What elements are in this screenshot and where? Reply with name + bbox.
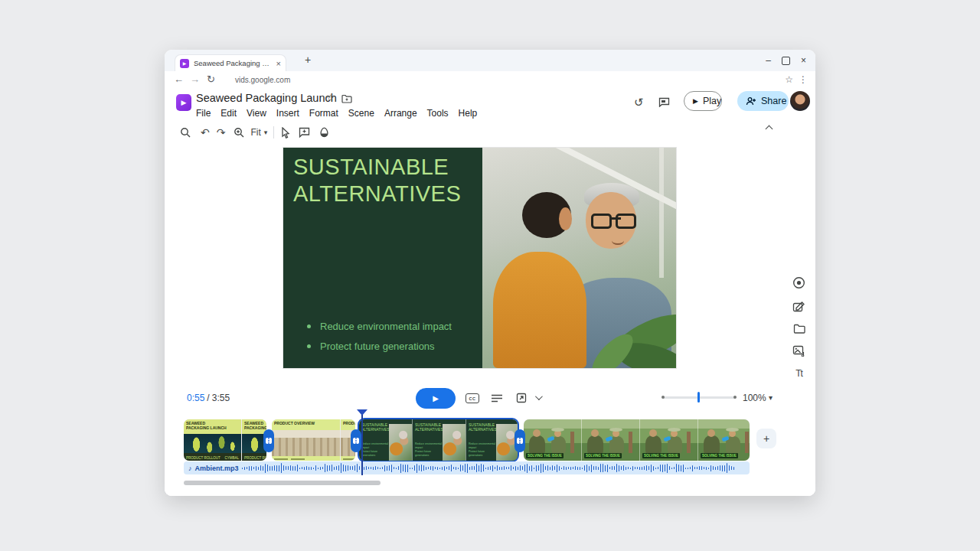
- redo-icon[interactable]: ↷: [217, 124, 226, 141]
- timeline-zoom-slider[interactable]: [662, 396, 736, 399]
- timecode: 0:55 / 3:55: [187, 386, 230, 409]
- zoom-slider-thumb[interactable]: [697, 392, 700, 403]
- music-note-icon: ♪: [188, 465, 192, 472]
- slide-canvas[interactable]: SUSTAINABLE ALTERNATIVES Reduce environm…: [283, 148, 676, 368]
- media-icon[interactable]: [792, 345, 805, 357]
- record-icon[interactable]: [792, 276, 805, 289]
- clip-label: SOLVING THE ISSUE: [701, 453, 738, 458]
- bullet-dot-icon: [307, 344, 311, 348]
- total-time: 3:55: [212, 393, 230, 403]
- maximize-button[interactable]: [782, 57, 790, 65]
- vids-app: ▶ Seaweed Packaging Launch ☆ File Edit V…: [165, 90, 815, 496]
- mini-photo: [389, 424, 412, 461]
- search-menus-icon[interactable]: [180, 124, 191, 141]
- tab-close-icon[interactable]: ×: [276, 59, 281, 68]
- star-document-icon[interactable]: ☆: [326, 93, 335, 103]
- zoom-fit-select[interactable]: Fit: [250, 127, 260, 138]
- text-tool-icon[interactable]: Tt: [795, 368, 802, 379]
- drive-folder-icon[interactable]: [793, 324, 805, 334]
- window-close-button[interactable]: ×: [801, 55, 806, 66]
- menu-scene[interactable]: Scene: [348, 108, 374, 119]
- undo-icon[interactable]: ↶: [201, 124, 210, 141]
- transition-indicator[interactable]: [514, 429, 525, 452]
- minimize-button[interactable]: –: [766, 55, 771, 66]
- fit-caret-icon[interactable]: ▾: [264, 124, 268, 141]
- timeline-play-button[interactable]: ▶: [416, 388, 456, 409]
- select-tool-icon[interactable]: [280, 124, 290, 141]
- back-icon[interactable]: ←: [174, 73, 184, 85]
- zoom-level[interactable]: 100%: [743, 393, 766, 403]
- clip-footer-left: PRODUCT ROLLOUT: [186, 456, 220, 460]
- add-comment-icon[interactable]: [299, 124, 310, 141]
- zoom-icon[interactable]: [234, 124, 244, 141]
- factory-image: [272, 430, 340, 456]
- scene-clip-solving-the-issue[interactable]: SOLVING THE ISSUE SOLVING THE ISSUE SOLV…: [524, 419, 750, 461]
- menu-view[interactable]: View: [247, 108, 266, 119]
- bullet-text: Protect future generations: [320, 341, 435, 352]
- play-button[interactable]: ▶ Play: [684, 91, 722, 111]
- menu-help[interactable]: Help: [459, 108, 478, 119]
- move-to-folder-icon[interactable]: [341, 94, 352, 103]
- slide-title[interactable]: SUSTAINABLE ALTERNATIVES: [293, 154, 486, 207]
- document-title[interactable]: Seaweed Packaging Launch: [196, 92, 337, 104]
- zoom-caret-icon[interactable]: ▾: [769, 393, 773, 402]
- menu-arrange[interactable]: Arrange: [384, 108, 417, 119]
- browser-toolbar: ← → ↻ vids.google.com ☆ ⋮: [165, 71, 815, 90]
- greenhouse-pole: [659, 148, 664, 278]
- version-history-icon[interactable]: ↺: [634, 96, 644, 109]
- clip-thumbnail: SOLVING THE ISSUE: [640, 419, 698, 461]
- slide-bullet-2: Protect future generations: [307, 341, 452, 352]
- slide-bullet-list[interactable]: Reduce environmental impact Protect futu…: [307, 321, 452, 352]
- menu-bar: File Edit View Insert Format Scene Arran…: [196, 108, 477, 119]
- background-fill-icon[interactable]: [319, 124, 329, 141]
- zoom-out-dot[interactable]: [662, 396, 665, 399]
- menu-file[interactable]: File: [196, 108, 211, 119]
- scene-clip-product-overview[interactable]: PRODUCT OVERVIEW PRODUCT OVERVIEW: [272, 419, 355, 461]
- transition-indicator[interactable]: [263, 429, 274, 452]
- forward-icon[interactable]: →: [190, 73, 200, 85]
- glasses-icon: [616, 214, 636, 229]
- audio-track[interactable]: ♪ Ambient.mp3: [184, 461, 750, 474]
- browser-menu-icon[interactable]: ⋮: [799, 74, 808, 85]
- templates-icon[interactable]: [792, 301, 805, 312]
- browser-tab[interactable]: ▶ Seaweed Packaging Launch ×: [175, 54, 286, 71]
- scene-clip-seaweed[interactable]: SEAWEEDPACKAGING LAUNCH PRODUCT ROLLOUT …: [184, 419, 266, 461]
- fullscreen-preview-icon[interactable]: [516, 393, 527, 403]
- url-text[interactable]: vids.google.com: [235, 76, 290, 84]
- timeline-scrollbar[interactable]: [184, 481, 381, 485]
- more-playback-options-icon[interactable]: [535, 393, 543, 400]
- toolbar-divider: [273, 126, 274, 139]
- zoom-in-dot[interactable]: [733, 396, 737, 399]
- playhead-line[interactable]: [361, 415, 363, 475]
- captions-glyph: CC: [466, 393, 479, 403]
- new-tab-button[interactable]: +: [305, 54, 311, 66]
- boy-figure: [493, 252, 586, 368]
- menu-format[interactable]: Format: [309, 108, 338, 119]
- menu-edit[interactable]: Edit: [220, 108, 237, 119]
- insert-rail: Tt: [792, 276, 805, 402]
- share-label: Share: [761, 96, 786, 106]
- share-button[interactable]: Share: [737, 91, 789, 111]
- timeline-panel: 0:55 / 3:55 ▶ CC: [165, 386, 815, 496]
- bookmark-star-icon[interactable]: ☆: [785, 74, 793, 85]
- play-label: Play: [703, 96, 721, 106]
- comments-icon[interactable]: [658, 97, 670, 107]
- menu-insert[interactable]: Insert: [276, 108, 299, 119]
- window-controls: – ×: [766, 55, 806, 66]
- account-avatar[interactable]: [790, 91, 810, 111]
- captions-icon[interactable]: CC: [466, 393, 479, 403]
- transcript-icon[interactable]: [492, 394, 502, 403]
- reload-icon[interactable]: ↻: [207, 73, 215, 85]
- play-icon: ▶: [433, 394, 439, 403]
- transition-indicator[interactable]: [351, 429, 361, 452]
- audio-waveform: [242, 461, 745, 474]
- audio-file-name: Ambient.mp3: [195, 465, 239, 472]
- boy-face: [559, 207, 572, 230]
- add-scene-button[interactable]: +: [756, 429, 776, 448]
- menu-tools[interactable]: Tools: [427, 108, 449, 119]
- vids-logo-icon[interactable]: ▶: [176, 94, 191, 111]
- clip-label: SOLVING THE ISSUE: [642, 453, 680, 458]
- clip-footer-right: CYMBAL: [224, 456, 239, 460]
- bullet-text: Reduce environmental impact: [320, 321, 452, 332]
- scene-clip-sustainable-selected[interactable]: SUSTAINABLEALTERNATIVES Reduce environme…: [359, 419, 518, 461]
